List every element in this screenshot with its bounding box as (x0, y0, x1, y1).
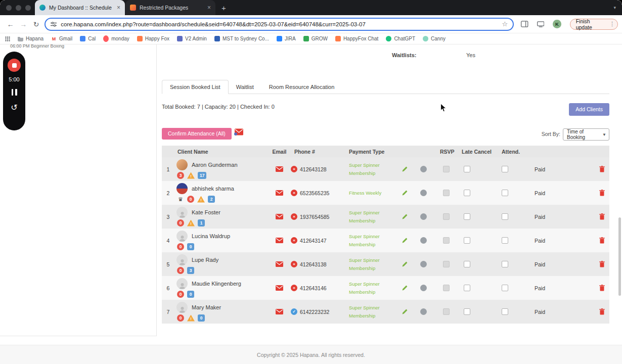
forward-button[interactable]: → (17, 20, 29, 28)
status-cell[interactable] (412, 308, 435, 315)
bookmark-item[interactable]: Canny (423, 36, 446, 41)
finish-update-button[interactable]: Finish update ⋮ (570, 19, 618, 30)
delete-cell[interactable] (594, 261, 609, 267)
rsvp-cell (435, 213, 458, 220)
edit-cell[interactable] (397, 308, 412, 315)
edit-cell[interactable] (397, 237, 412, 244)
bookmark-item[interactable]: GROW (303, 36, 328, 41)
client-badges: 03 (176, 267, 268, 274)
session-list-item[interactable]: 06:00 PM Beginner Boxing (10, 44, 64, 49)
email-cell[interactable] (268, 261, 291, 267)
tab-waitlist[interactable]: Waitlist (229, 80, 261, 94)
close-window-icon[interactable] (6, 5, 12, 11)
tab-session-booked-list[interactable]: Session Booked List (162, 80, 229, 94)
late-cancel-checkbox[interactable] (464, 237, 470, 244)
status-cell[interactable] (412, 190, 435, 196)
email-cell[interactable] (268, 190, 291, 196)
edit-cell[interactable] (397, 261, 412, 267)
email-cell[interactable] (268, 214, 291, 219)
url-text[interactable]: core.hapana.com/index.php?route=dashboar… (61, 21, 366, 27)
status-cell[interactable] (412, 166, 435, 172)
cast-icon[interactable] (537, 21, 544, 27)
send-email-icon[interactable] (234, 128, 243, 135)
add-clients-button[interactable]: Add Clients (569, 103, 609, 116)
browser-menu-icon[interactable]: ⋮ (609, 21, 615, 27)
bookmark-item[interactable]: monday (103, 35, 129, 42)
stop-recording-button[interactable] (8, 59, 21, 72)
client-name[interactable]: Lucina Waldrup (192, 233, 230, 239)
edit-cell[interactable] (397, 190, 412, 196)
tab-room-resource-allocation[interactable]: Room Resource Allocation (261, 80, 342, 94)
client-name[interactable]: Mary Maker (192, 304, 221, 310)
delete-cell[interactable] (594, 166, 609, 172)
confirm-attendance-button[interactable]: Confirm Attendance (All) (162, 128, 232, 140)
restart-recording-button[interactable]: ↺ (11, 104, 17, 112)
attend-checkbox[interactable] (502, 237, 508, 244)
bookmark-item[interactable]: V2 Admin (177, 36, 207, 41)
attend-checkbox[interactable] (502, 190, 508, 196)
scrollbar-thumb[interactable] (618, 217, 621, 296)
client-name[interactable]: Lupe Rady (192, 257, 218, 263)
tab-close-icon[interactable]: × (207, 4, 211, 11)
badge-warning-icon: ! (187, 220, 195, 226)
bookmark-item[interactable]: HappyFox Chat (335, 36, 378, 41)
bookmark-label: monday (111, 36, 129, 41)
edit-cell[interactable] (397, 166, 412, 172)
client-name[interactable]: Aaron Gunderman (192, 162, 238, 168)
address-bar[interactable]: core.hapana.com/index.php?route=dashboar… (45, 18, 514, 31)
delete-cell[interactable] (594, 237, 609, 244)
delete-cell[interactable] (594, 190, 609, 196)
late-cancel-checkbox[interactable] (464, 166, 470, 172)
client-name[interactable]: Maudie Klingenberg (192, 281, 241, 287)
bookmark-item[interactable]: JIRA (277, 36, 296, 41)
email-cell[interactable] (268, 238, 291, 243)
client-name[interactable]: Kate Foster (192, 209, 220, 215)
bookmark-item[interactable]: MGmail (51, 36, 72, 41)
apps-grid-icon[interactable] (5, 36, 10, 41)
maximize-window-icon[interactable] (25, 5, 31, 11)
delete-cell[interactable] (594, 285, 609, 291)
late-cancel-checkbox[interactable] (464, 190, 470, 196)
profile-avatar[interactable]: K (553, 20, 561, 28)
attend-checkbox[interactable] (502, 308, 508, 315)
tab-close-icon[interactable]: × (117, 4, 120, 11)
tab-search-chevron-icon[interactable]: ▾ (613, 5, 616, 10)
status-cell[interactable] (412, 285, 435, 291)
sort-by-select[interactable]: Time of Booking ▼ (563, 128, 609, 141)
status-cell[interactable] (412, 261, 435, 267)
late-cancel-checkbox[interactable] (464, 213, 470, 220)
minimize-window-icon[interactable] (16, 5, 21, 11)
late-cancel-checkbox[interactable] (464, 285, 470, 291)
delete-cell[interactable] (594, 213, 609, 220)
client-name-cell: Maudie Klingenberg 00 (174, 278, 268, 298)
bookmark-item[interactable]: MST to Sydney Co... (214, 36, 269, 41)
side-panel-icon[interactable] (521, 21, 528, 27)
bookmark-item[interactable]: ChatGPT (386, 36, 415, 41)
back-button[interactable]: ← (4, 20, 17, 28)
bookmark-star-icon[interactable]: ☆ (502, 20, 508, 28)
late-cancel-checkbox[interactable] (464, 261, 470, 267)
new-tab-button[interactable]: + (221, 4, 226, 12)
window-controls[interactable] (0, 5, 35, 11)
status-cell[interactable] (412, 237, 435, 244)
attend-checkbox[interactable] (502, 261, 508, 267)
pause-recording-button[interactable] (12, 89, 17, 96)
attend-checkbox[interactable] (502, 285, 508, 291)
bookmark-item[interactable]: Happy Fox (137, 36, 169, 41)
email-cell[interactable] (268, 285, 291, 291)
bookmark-item[interactable]: Cal (80, 36, 96, 41)
late-cancel-checkbox[interactable] (464, 308, 470, 315)
edit-cell[interactable] (397, 213, 412, 220)
edit-cell[interactable] (397, 285, 412, 291)
bookmark-item[interactable]: Hapana (18, 36, 43, 41)
browser-tab-dashboard[interactable]: My Dashboard :: Schedule × (35, 0, 125, 15)
reload-button[interactable]: ↻ (30, 20, 42, 28)
browser-tab-restricted-packages[interactable]: Restricted Packages × (125, 0, 215, 15)
attend-checkbox[interactable] (502, 213, 508, 220)
email-cell[interactable] (268, 166, 291, 172)
status-cell[interactable] (412, 213, 435, 220)
delete-cell[interactable] (594, 308, 609, 315)
email-cell[interactable] (268, 309, 291, 314)
attend-checkbox[interactable] (502, 166, 508, 172)
client-name[interactable]: abhishek sharma (192, 186, 234, 192)
